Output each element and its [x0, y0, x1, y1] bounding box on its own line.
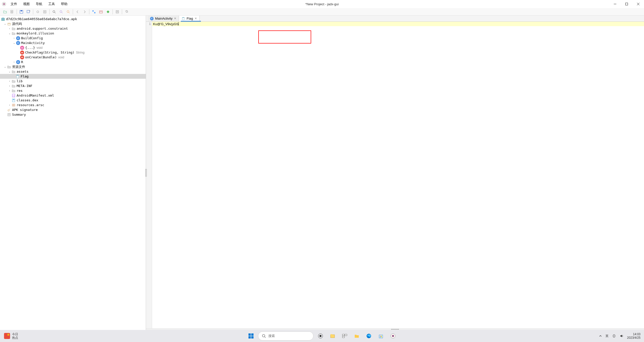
code-line-1[interactable]: Ku@'G_V9v(yGS [152, 22, 644, 26]
expander-icon[interactable]: › [12, 61, 16, 63]
code-content[interactable]: Ku@'G_V9v(yGS [152, 22, 644, 328]
expander-icon[interactable]: ⌄ [8, 32, 12, 35]
minimize-button[interactable] [609, 0, 621, 8]
volume-icon[interactable] [620, 334, 624, 338]
tree-lib[interactable]: › lib [0, 79, 146, 83]
taskbar-app-jadx[interactable] [388, 331, 398, 341]
tree-source-code[interactable]: ⌄ 源代码 [0, 21, 146, 26]
taskbar-app-explorer[interactable] [328, 331, 338, 341]
taskbar-app-copilot[interactable] [315, 331, 326, 341]
tree-class-buildconfig[interactable]: › C BuildConfig [0, 36, 146, 40]
expander-icon[interactable]: › [12, 37, 16, 39]
save-icon[interactable] [18, 9, 24, 15]
close-button[interactable] [632, 0, 644, 8]
deobfuscate-icon[interactable] [91, 9, 97, 15]
separator [17, 9, 17, 14]
svg-rect-64 [345, 334, 347, 336]
tree-summary[interactable]: Summary [0, 112, 146, 117]
tree-label: d7d23c9b1ae64055ba65da6abc7a7dce.apk [6, 17, 77, 21]
svg-point-57 [262, 334, 265, 337]
search-usage-icon[interactable] [65, 9, 71, 15]
expander-icon[interactable]: ⌄ [12, 41, 16, 44]
code-view[interactable]: 1 Ku@'G_V9v(yGS [146, 22, 644, 328]
expander-icon[interactable]: › [8, 80, 12, 82]
tree-dex[interactable]: classes.dex [0, 98, 146, 103]
taskbar-app-edge[interactable] [364, 331, 374, 341]
tree-metainf[interactable]: › META-INF [0, 83, 146, 88]
tree-assets[interactable]: ⌄ assets [0, 69, 146, 74]
tree-package-android[interactable]: › android.support.constraint [0, 26, 146, 31]
svg-rect-33 [8, 23, 10, 25]
expander-icon[interactable]: ⌄ [3, 65, 7, 68]
menu-view[interactable]: 视图 [21, 1, 32, 7]
quark-icon[interactable] [98, 9, 104, 15]
tree-method-init[interactable]: m {...} void [0, 45, 146, 50]
project-tree-panel[interactable]: d7d23c9b1ae64055ba65da6abc7a7dce.apk ⌄ 源… [0, 16, 146, 330]
settings-icon[interactable] [124, 9, 130, 15]
tab-mainactivity[interactable]: C MainActivity ✕ [148, 16, 179, 21]
tree-manifest[interactable]: xml AndroidManifest.xml [0, 93, 146, 98]
taskbar-app-store[interactable] [376, 331, 386, 341]
tree-label: resources.arsc [17, 103, 44, 107]
tree-root-apk[interactable]: d7d23c9b1ae64055ba65da6abc7a7dce.apk [0, 17, 146, 21]
expand-icon[interactable] [42, 9, 48, 15]
tree-class-r[interactable]: › C R [0, 60, 146, 64]
start-button[interactable] [246, 331, 256, 341]
sync-icon[interactable] [35, 9, 41, 15]
taskbar-app-taskview[interactable] [340, 331, 350, 341]
ime-indicator[interactable]: 英 [605, 334, 609, 338]
menu-help[interactable]: 帮助 [58, 1, 70, 7]
network-icon[interactable] [612, 334, 616, 338]
svg-rect-28 [116, 11, 119, 13]
tree-package-monkeylord[interactable]: ⌄ monkeylord.illusion [0, 31, 146, 36]
expander-icon[interactable]: ⌄ [3, 22, 7, 25]
expander-icon[interactable]: ⌄ [8, 70, 12, 73]
class-icon: C [150, 17, 154, 20]
tab-label: MainActivity [155, 17, 172, 20]
menu-navigation[interactable]: 导航 [33, 1, 45, 7]
separator [89, 9, 89, 14]
tree-arsc[interactable]: › resources.arsc [0, 103, 146, 107]
save-all-icon[interactable] [25, 9, 31, 15]
clock-time: 14:03 [627, 332, 640, 336]
widget-text: 今日 热点 [12, 332, 18, 339]
svg-rect-67 [379, 335, 383, 338]
expander-icon[interactable]: › [8, 104, 12, 106]
debug-icon[interactable] [105, 9, 111, 15]
tree-resources[interactable]: ⌄ 资源文件 [0, 64, 146, 69]
maximize-button[interactable] [621, 0, 632, 8]
search-class-icon[interactable] [58, 9, 64, 15]
taskbar-widget[interactable]: 1 今日 热点 [4, 332, 18, 339]
tab-close-icon[interactable]: ✕ [174, 17, 176, 20]
search-icon[interactable] [51, 9, 57, 15]
tree-method-checkflag[interactable]: m CheckFlag(String, String) String [0, 50, 146, 55]
open-file-icon[interactable] [2, 9, 8, 15]
tree-label: classes.dex [17, 98, 38, 102]
expander-icon[interactable]: › [8, 84, 12, 87]
tree-apk-signature[interactable]: APK signature [0, 107, 146, 112]
add-file-icon[interactable] [9, 9, 15, 15]
tree-type: void [37, 46, 43, 50]
taskbar-app-files[interactable] [352, 331, 362, 341]
svg-rect-71 [381, 337, 382, 337]
log-icon[interactable] [114, 9, 120, 15]
tab-flag[interactable]: Flag ✕ [179, 16, 199, 21]
taskbar-search[interactable]: 搜索 [258, 331, 313, 340]
forward-icon[interactable] [82, 9, 88, 15]
svg-line-18 [62, 12, 63, 13]
expander-icon[interactable]: › [8, 27, 12, 30]
widget-title: 今日 [12, 332, 18, 336]
expander-icon[interactable]: › [8, 89, 12, 92]
menu-tools[interactable]: 工具 [46, 1, 57, 7]
editor-area: C MainActivity ✕ Flag ✕ 1 Ku@'G_V9v(yGS [146, 16, 644, 330]
tab-close-icon[interactable]: ✕ [195, 17, 197, 20]
tree-flag-file[interactable]: Flag [0, 74, 146, 79]
tree-class-mainactivity[interactable]: ⌄ C MainActivity [0, 40, 146, 45]
taskbar-clock[interactable]: 14:03 2023/4/25 [627, 332, 640, 339]
menu-file[interactable]: 文件 [8, 1, 20, 7]
tree-res[interactable]: › res [0, 88, 146, 93]
tree-method-oncreate[interactable]: m onCreate(Bundle) void [0, 55, 146, 60]
back-icon[interactable] [75, 9, 81, 15]
tray-chevron-icon[interactable] [599, 334, 602, 337]
svg-rect-22 [94, 12, 95, 13]
